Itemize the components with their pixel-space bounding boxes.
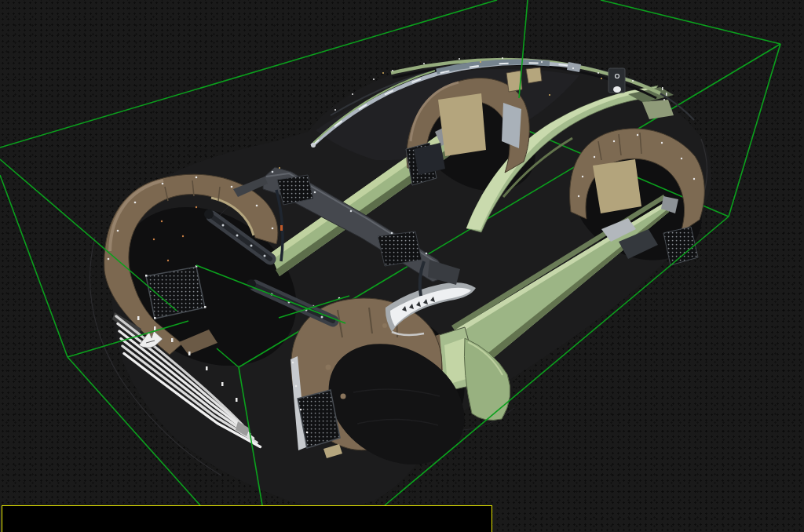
liner-tan-panel	[593, 159, 641, 213]
status-bar: Camera: pos -2.91 3.46 -0.27, dir 0.58 -…	[2, 505, 492, 532]
tan-hanger-2	[526, 67, 542, 83]
liner-tan-panel	[438, 93, 486, 156]
bbox-edge-vertical-left	[0, 175, 68, 357]
orange-clip	[280, 225, 283, 231]
bbox-edge-top-far-right	[601, 0, 780, 44]
render-viewport[interactable]	[0, 0, 804, 532]
liner-silver-piece	[502, 103, 521, 148]
cowl-mesh-2	[378, 231, 422, 266]
render-viewer-window: Camera: pos -2.91 3.46 -0.27, dir 0.58 -…	[0, 0, 804, 532]
rail-end-fitting	[311, 143, 316, 148]
